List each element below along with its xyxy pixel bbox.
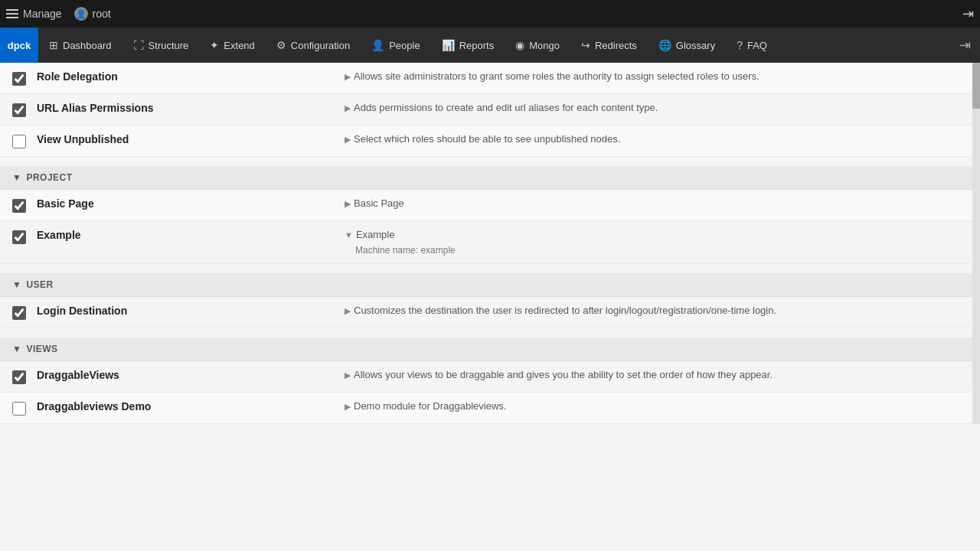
module-row: Example ▼ Example Machine name: example [0, 221, 972, 264]
module-name: Basic Page [37, 197, 345, 210]
url-alias-checkbox[interactable] [12, 103, 26, 117]
basic-page-checkbox[interactable] [12, 199, 26, 213]
module-row-inner: Example ▼ Example Machine name: example [12, 229, 960, 256]
desc-line: ▶ Allows site administrators to grant so… [345, 70, 760, 82]
module-name: Role Delegation [37, 70, 345, 83]
hamburger-icon [6, 9, 18, 18]
collapse-icon: ▼ [345, 230, 353, 240]
expand-icon: ▶ [345, 103, 351, 113]
glossary-icon: 🌐 [658, 39, 671, 51]
role-delegation-checkbox[interactable] [12, 72, 26, 86]
description-text: Basic Page [354, 197, 404, 209]
example-checkbox[interactable] [12, 230, 26, 244]
module-name: Draggableviews Demo [37, 400, 345, 412]
section-header-views[interactable]: ▼ VIEWS [0, 337, 972, 361]
people-icon: 👤 [371, 39, 384, 51]
expand-icon: ▶ [345, 306, 351, 316]
dashboard-icon: ⊞ [49, 39, 58, 51]
desc-line: ▼ Example [345, 229, 394, 240]
section-header-user[interactable]: ▼ USER [0, 273, 972, 297]
nav-item-glossary[interactable]: 🌐 Glossary [648, 28, 726, 63]
mongo-icon: ◉ [515, 39, 524, 51]
module-info: Role Delegation [37, 70, 345, 83]
nav-item-structure[interactable]: ⛶ Structure [122, 28, 200, 63]
expand-icon: ▶ [345, 199, 351, 209]
module-info: Example [37, 229, 345, 256]
module-info: URL Alias Permissions [37, 102, 345, 114]
desc-line: ▶ Adds permissions to create and edit ur… [345, 102, 658, 113]
nav-item-extend-label: Extend [224, 40, 254, 51]
nav-item-configuration-label: Configuration [291, 40, 350, 51]
desc-line: ▶ Customizes the destination the user is… [345, 305, 776, 316]
section-label: USER [26, 279, 53, 290]
faq-icon: ? [737, 39, 743, 51]
nav-item-glossary-label: Glossary [676, 40, 715, 51]
manage-menu[interactable]: Manage [6, 8, 62, 20]
expand-icon: ▶ [345, 72, 351, 82]
section-collapse-icon: ▼ [12, 172, 21, 183]
nav-item-mongo[interactable]: ◉ Mongo [505, 28, 570, 63]
extend-icon: ✦ [210, 39, 219, 51]
description-text: Allows site administrators to grant some… [354, 70, 760, 82]
reports-icon: 📊 [442, 39, 455, 51]
module-name: URL Alias Permissions [37, 102, 345, 114]
module-description: ▶ Allows your views to be draggable and … [345, 369, 960, 380]
nav-item-reports[interactable]: 📊 Reports [431, 28, 505, 63]
view-unpublished-checkbox[interactable] [12, 135, 26, 148]
nav-item-reports-label: Reports [459, 40, 495, 51]
draggableviews-demo-checkbox[interactable] [12, 402, 26, 416]
module-info: Basic Page [37, 197, 345, 210]
module-description: ▶ Demo module for Draggableviews. [345, 400, 960, 412]
module-name: Example [37, 229, 345, 241]
manage-label: Manage [23, 8, 62, 20]
draggable-views-checkbox[interactable] [12, 370, 26, 384]
module-description: ▶ Adds permissions to create and edit ur… [345, 102, 960, 113]
description-text: Adds permissions to create and edit url … [354, 102, 658, 113]
module-row: Basic Page ▶ Basic Page [0, 190, 972, 221]
scrollbar[interactable] [972, 63, 980, 424]
section-label: PROJECT [26, 172, 72, 183]
module-row: DraggableViews ▶ Allows your views to be… [0, 361, 972, 393]
redirects-icon: ↪ [581, 39, 590, 51]
login-destination-checkbox[interactable] [12, 306, 26, 320]
module-info: View Unpublished [37, 133, 345, 145]
nav-item-configuration[interactable]: ⚙ Configuration [266, 28, 361, 63]
module-info: Login Destination [37, 305, 345, 317]
scrollbar-thumb[interactable] [972, 63, 980, 109]
nav-bar: dpck ⊞ Dashboard ⛶ Structure ✦ Extend ⚙ … [0, 28, 980, 63]
module-name: Login Destination [37, 305, 345, 317]
user-menu[interactable]: 👤 root [74, 7, 111, 21]
module-description: ▶ Allows site administrators to grant so… [345, 70, 960, 82]
nav-item-faq[interactable]: ? FAQ [726, 28, 778, 63]
desc-line: ▶ Allows your views to be draggable and … [345, 369, 773, 380]
nav-item-extend[interactable]: ✦ Extend [199, 28, 265, 63]
desc-line: ▶ Basic Page [345, 197, 404, 209]
module-info: DraggableViews [37, 369, 345, 381]
nav-item-people[interactable]: 👤 People [361, 28, 430, 63]
user-icon: 👤 [74, 7, 88, 21]
module-row: View Unpublished ▶ Select which roles sh… [0, 126, 972, 157]
expand-icon: ▶ [345, 402, 351, 412]
module-info: Draggableviews Demo [37, 400, 345, 412]
module-name: DraggableViews [37, 369, 345, 381]
site-logo[interactable]: dpck [0, 28, 38, 63]
nav-item-faq-label: FAQ [747, 40, 767, 51]
module-row: URL Alias Permissions ▶ Adds permissions… [0, 94, 972, 126]
nav-item-redirects-label: Redirects [595, 40, 637, 51]
expand-icon: ▶ [345, 370, 351, 380]
description-text: Allows your views to be draggable and gi… [354, 369, 773, 380]
desc-line: ▶ Select which roles should be able to s… [345, 133, 620, 145]
nav-item-structure-label: Structure [149, 40, 189, 51]
nav-collapse-button[interactable]: ⇥ [950, 37, 980, 54]
module-description: ▼ Example Machine name: example [345, 229, 960, 256]
admin-bar: Manage 👤 root ⇥ [0, 0, 980, 28]
section-header-project[interactable]: ▼ PROJECT [0, 166, 972, 190]
description-text: Customizes the destination the user is r… [354, 305, 776, 316]
main-content: Role Delegation ▶ Allows site administra… [0, 63, 980, 424]
machine-name: Machine name: example [345, 245, 456, 256]
admin-bar-right-arrow[interactable]: ⇥ [962, 5, 974, 22]
nav-item-dashboard[interactable]: ⊞ Dashboard [38, 28, 122, 63]
description-text: Example [356, 229, 395, 240]
nav-item-redirects[interactable]: ↪ Redirects [570, 28, 648, 63]
section-collapse-icon: ▼ [12, 344, 21, 354]
